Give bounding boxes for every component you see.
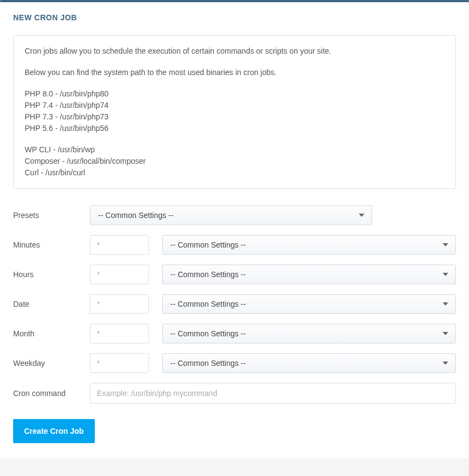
weekday-input[interactable]	[90, 353, 149, 373]
date-input[interactable]	[90, 294, 149, 314]
hours-select[interactable]: -- Common Settings --	[162, 265, 456, 284]
binary-list-tools: WP CLI - /usr/bin/wp Composer - /usr/loc…	[25, 144, 444, 179]
binary-line: Composer - /usr/local/bin/composer	[25, 156, 444, 167]
binary-line: WP CLI - /usr/bin/wp	[25, 144, 444, 156]
presets-label: Presets	[13, 211, 90, 220]
month-select[interactable]: -- Common Settings --	[162, 324, 456, 343]
binary-line: PHP 7.3 - /usr/bin/php73	[25, 111, 444, 123]
cron-command-label: Cron command	[13, 389, 90, 398]
minutes-input[interactable]	[90, 235, 149, 255]
cron-command-input[interactable]	[90, 383, 456, 404]
info-intro: Cron jobs allow you to schedule the exec…	[25, 45, 444, 57]
weekday-select[interactable]: -- Common Settings --	[162, 353, 456, 373]
new-cron-job-panel: NEW CRON JOB Cron jobs allow you to sche…	[0, 0, 469, 458]
date-select[interactable]: -- Common Settings --	[162, 294, 456, 314]
hours-input[interactable]	[90, 265, 149, 284]
minutes-select[interactable]: -- Common Settings --	[162, 235, 456, 255]
weekday-label: Weekday	[13, 359, 90, 368]
binary-list-php: PHP 8.0 - /usr/bin/php80 PHP 7.4 - /usr/…	[25, 88, 444, 134]
binary-line: PHP 7.4 - /usr/bin/php74	[25, 100, 444, 111]
month-input[interactable]	[90, 324, 149, 343]
binary-line: Curl - /usr/bin/curl	[25, 167, 444, 179]
presets-select[interactable]: -- Common Settings --	[90, 205, 372, 225]
create-cron-job-button[interactable]: Create Cron Job	[13, 419, 95, 443]
binary-line: PHP 5.6 - /usr/bin/php56	[25, 123, 444, 134]
binary-line: PHP 8.0 - /usr/bin/php80	[25, 88, 444, 100]
hours-label: Hours	[13, 270, 90, 279]
date-label: Date	[13, 300, 90, 308]
info-box: Cron jobs allow you to schedule the exec…	[13, 35, 456, 189]
info-sub: Below you can find the system path to th…	[25, 67, 444, 78]
minutes-label: Minutes	[13, 240, 90, 249]
page-title: NEW CRON JOB	[13, 13, 456, 22]
month-label: Month	[13, 329, 90, 338]
